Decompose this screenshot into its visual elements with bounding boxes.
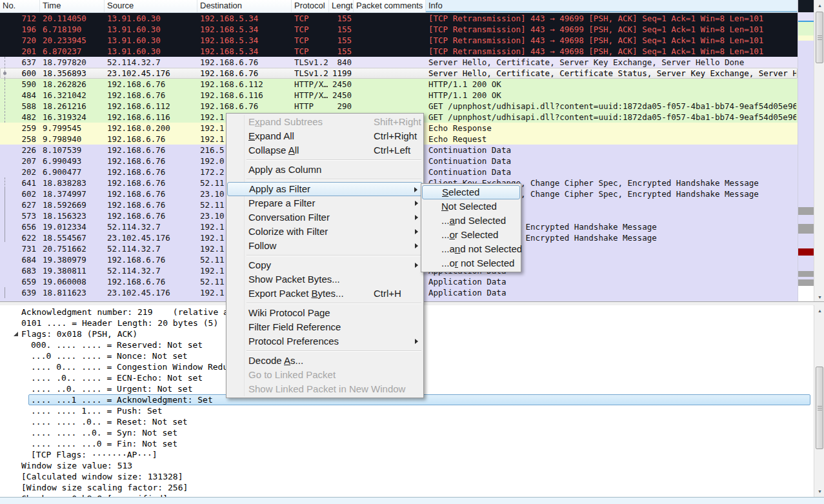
- submenu-item-or-not-selected[interactable]: ...or not Selected: [422, 256, 520, 270]
- column-header-info[interactable]: Info: [426, 0, 798, 12]
- column-header-protocol[interactable]: Protocol: [292, 0, 329, 12]
- cell-src: 13.91.60.30: [107, 46, 196, 57]
- submenu-arrow-icon: [415, 243, 418, 248]
- packet-row-600[interactable]: 60018.35689323.102.45.176192.168.6.76TLS…: [0, 68, 798, 79]
- detail-line[interactable]: .... .... .0.. = Reset: Not set: [31, 416, 188, 427]
- detail-line[interactable]: Window size value: 513: [21, 460, 132, 471]
- menu-item-filter-field-reference[interactable]: Filter Field Reference: [227, 320, 423, 334]
- detail-scrollbar-thumb[interactable]: [816, 367, 823, 449]
- menu-item-show-packet-bytes[interactable]: Show Packet Bytes...: [227, 272, 423, 287]
- detail-line[interactable]: .... .... 1... = Push: Set: [31, 405, 163, 416]
- packet-list-scrollbar[interactable]: ▲ ▼: [814, 0, 824, 303]
- submenu-item-selected[interactable]: Selected: [422, 185, 520, 199]
- menu-separator: [246, 303, 421, 304]
- scroll-up-icon[interactable]: ▲: [815, 0, 824, 11]
- packet-row-712[interactable]: 71220.11405013.91.60.30192.168.5.34TCP15…: [0, 13, 798, 24]
- detail-line[interactable]: Acknowledgment number: 219 (relative ack: [21, 307, 239, 318]
- cell-proto: TLSv1.2: [294, 68, 328, 79]
- minimap-segment: [798, 215, 814, 224]
- menu-item-copy[interactable]: Copy: [227, 258, 423, 272]
- minimap-segment: [798, 0, 814, 12]
- detail-line[interactable]: .... .... ..0. = Syn: Not set: [31, 427, 177, 438]
- scroll-up-icon[interactable]: ▲: [815, 305, 824, 316]
- cell-src: 192.168.6.76: [107, 156, 196, 166]
- column-header-comments[interactable]: Packet comments: [354, 0, 426, 12]
- detail-line[interactable]: [Window size scaling factor: 256]: [21, 482, 188, 493]
- packet-row-588[interactable]: 58818.261216192.168.6.112192.168.6.76HTT…: [0, 101, 798, 112]
- cell-src: 23.102.45.176: [107, 287, 196, 298]
- submenu-item-and-not-selected[interactable]: ...and not Selected: [422, 242, 520, 256]
- menu-item-collapse-all[interactable]: Collapse AllCtrl+Left: [227, 143, 423, 157]
- detail-line[interactable]: .... .0.. .... = ECN-Echo: Not set: [31, 372, 203, 383]
- thumb-grip: [818, 406, 822, 407]
- menu-item-prepare-a-filter[interactable]: Prepare a Filter: [227, 196, 423, 210]
- menu-item-expand-all[interactable]: Expand AllCtrl+Right: [227, 129, 423, 143]
- minimap-segment: [798, 234, 814, 248]
- detail-line[interactable]: ...0 .... .... = Nonce: Not set: [31, 350, 188, 361]
- menu-separator: [246, 179, 421, 180]
- menu-item-label: Wiki Protocol Page: [248, 307, 330, 318]
- scroll-down-icon[interactable]: ▼: [815, 486, 824, 497]
- detail-line[interactable]: 000. .... .... = Reserved: Not set: [31, 339, 203, 350]
- menu-item-follow[interactable]: Follow: [227, 239, 423, 253]
- column-header-time[interactable]: Time: [40, 0, 105, 12]
- menu-item-apply-as-filter[interactable]: Apply as Filter: [227, 182, 423, 196]
- detail-line[interactable]: .... 0... .... = Congestion Window Reduc…: [31, 361, 238, 372]
- menu-item-export-packet-bytes[interactable]: Export Packet Bytes...Ctrl+H: [227, 287, 423, 301]
- packet-row-484[interactable]: 48416.321042192.168.6.76192.168.6.116HTT…: [0, 90, 798, 101]
- cell-time: 18.374997: [43, 188, 103, 199]
- menu-item-label: Collapse All: [248, 145, 299, 156]
- thumb-grip: [818, 35, 822, 36]
- detail-line[interactable]: Flags: 0x018 (PSH, ACK): [21, 328, 137, 339]
- packet-row-201[interactable]: 2016.87023713.91.60.30192.168.5.34TCP155…: [0, 46, 798, 57]
- cell-proto: TCP: [294, 35, 328, 46]
- detail-line[interactable]: .... ...1 .... = Acknowledgment: Set: [31, 394, 213, 405]
- menu-item-label: Prepare a Filter: [248, 197, 315, 208]
- detail-line[interactable]: [Calculated window size: 131328]: [21, 471, 183, 482]
- menu-item-label: ...and not Selected: [441, 243, 522, 254]
- menu-item-conversation-filter[interactable]: Conversation Filter: [227, 210, 423, 225]
- intelligent-scrollbar-minimap[interactable]: [798, 0, 814, 303]
- menu-item-label: Expand All: [248, 130, 294, 141]
- menu-item-protocol-preferences[interactable]: Protocol Preferences: [227, 334, 423, 348]
- cell-dst: 192.168.6.116: [200, 90, 290, 101]
- cell-proto: TLSv1.2: [294, 57, 328, 68]
- tree-expander-icon[interactable]: [14, 332, 18, 336]
- menu-item-label: Selected: [442, 186, 479, 197]
- menu-item-wiki-protocol-page[interactable]: Wiki Protocol Page: [227, 306, 423, 320]
- packet-row-720[interactable]: 72020.23394513.91.60.30192.168.5.34TCP15…: [0, 35, 798, 46]
- menu-separator: [246, 350, 421, 352]
- cell-no: 712: [0, 13, 36, 24]
- detail-line[interactable]: 0101 .... = Header Length: 20 bytes (5): [21, 318, 218, 328]
- cell-no: 622: [0, 232, 36, 243]
- column-header-no[interactable]: No.: [0, 0, 40, 12]
- packet-row-637[interactable]: 63718.79782052.114.32.7192.168.6.76TLSv1…: [0, 57, 798, 68]
- detail-pane-scrollbar[interactable]: ▲ ▼: [814, 305, 824, 497]
- detail-line[interactable]: .... .... ...0 = Fin: Not set: [31, 438, 177, 449]
- related-packet-indicator: [5, 79, 5, 123]
- menu-item-label: Apply as Column: [248, 164, 321, 175]
- packet-list-header: ▼ No.TimeSourceDestinationProtocolLength…: [0, 0, 798, 13]
- cell-src: 52.114.32.7: [107, 221, 196, 232]
- menu-item-apply-as-column[interactable]: Apply as Column: [227, 163, 423, 177]
- cell-proto: HTTP/X…: [294, 79, 328, 90]
- submenu-item-or-selected[interactable]: ...or Selected: [422, 228, 520, 242]
- detail-line[interactable]: .... ..0. .... = Urgent: Not set: [31, 383, 192, 394]
- packet-list-scrollbar-thumb[interactable]: [816, 12, 823, 63]
- cell-info: [TCP Retransmission] 443 → 49699 [PSH, A…: [428, 24, 796, 35]
- cell-src: 192.168.0.200: [107, 123, 196, 134]
- column-header-destination[interactable]: Destination: [197, 0, 292, 12]
- menu-item-decode-as[interactable]: Decode As...: [227, 354, 423, 368]
- cell-src: 23.102.45.176: [107, 68, 196, 79]
- packet-row-590[interactable]: 59018.262826192.168.6.76192.168.6.112HTT…: [0, 79, 798, 90]
- column-header-source[interactable]: Source: [105, 0, 197, 12]
- submenu-item-not-selected[interactable]: Not Selected: [422, 199, 520, 214]
- minimap-segment: [798, 22, 814, 35]
- cell-src: 23.102.45.176: [107, 232, 196, 243]
- cell-proto: TCP: [294, 46, 328, 57]
- detail-line[interactable]: [TCP Flags: ·······AP···]: [31, 449, 157, 460]
- menu-item-colorize-with-filter[interactable]: Colorize with Filter: [227, 225, 423, 239]
- packet-row-196[interactable]: 1966.71819013.91.60.30192.168.5.34TCP155…: [0, 24, 798, 35]
- column-header-length[interactable]: Length: [329, 0, 354, 12]
- submenu-item-and-selected[interactable]: ...and Selected: [422, 214, 520, 228]
